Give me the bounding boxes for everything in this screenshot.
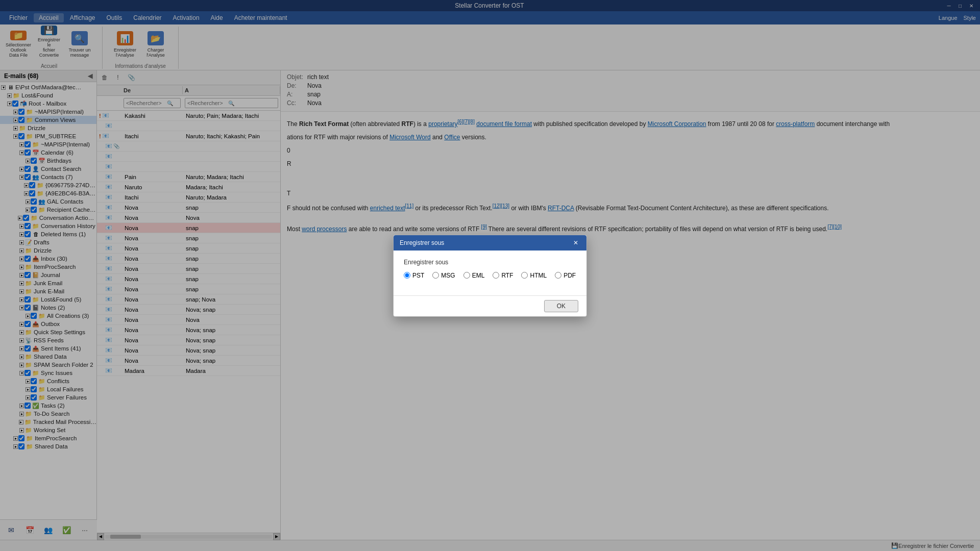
format-label-html: HTML	[530, 272, 547, 279]
format-option-eml[interactable]: EML	[463, 272, 485, 279]
format-option-pdf[interactable]: PDF	[555, 272, 576, 279]
format-label-rtf: RTF	[501, 272, 513, 279]
format-label-pst: PST	[412, 272, 424, 279]
format-radio-eml[interactable]	[463, 272, 470, 279]
modal-section-label: Enregistrer sous	[404, 259, 576, 266]
format-option-msg[interactable]: MSG	[432, 272, 455, 279]
modal-ok-button[interactable]: OK	[544, 300, 578, 312]
format-label-pdf: PDF	[564, 272, 576, 279]
format-label-eml: EML	[472, 272, 485, 279]
format-radio-html[interactable]	[521, 272, 528, 279]
modal-footer: OK	[394, 295, 586, 316]
modal-format-group: PSTMSGEMLRTFHTMLPDF	[404, 272, 576, 279]
format-option-rtf[interactable]: RTF	[493, 272, 513, 279]
format-radio-pdf[interactable]	[555, 272, 561, 279]
modal-dialog: Enregistrer sous ✕ Enregistrer sous PSTM…	[393, 235, 587, 317]
format-label-msg: MSG	[441, 272, 455, 279]
modal-title: Enregistrer sous	[400, 239, 444, 246]
format-radio-pst[interactable]	[404, 272, 410, 279]
modal-body: Enregistrer sous PSTMSGEMLRTFHTMLPDF	[394, 251, 586, 295]
format-radio-msg[interactable]	[432, 272, 439, 279]
format-radio-rtf[interactable]	[493, 272, 499, 279]
modal-close-button[interactable]: ✕	[571, 238, 580, 247]
modal-header: Enregistrer sous ✕	[394, 235, 586, 251]
format-option-pst[interactable]: PST	[404, 272, 424, 279]
format-option-html[interactable]: HTML	[521, 272, 547, 279]
modal-overlay[interactable]: Enregistrer sous ✕ Enregistrer sous PSTM…	[0, 0, 980, 551]
